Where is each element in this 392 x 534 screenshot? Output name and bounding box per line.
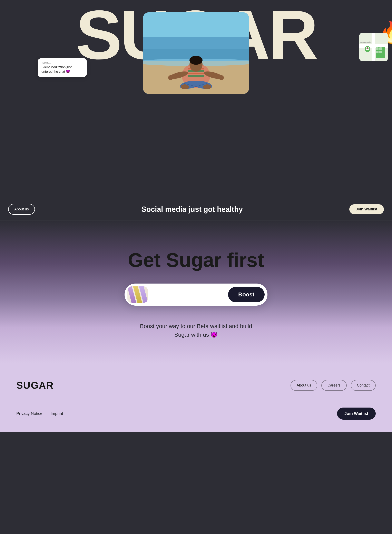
nav-headline: Social media just got healthy (35, 205, 349, 214)
svg-rect-31 (379, 47, 382, 50)
svg-rect-30 (376, 47, 378, 50)
get-sugar-title: Get Sugar first (128, 249, 264, 271)
boost-bar: Boost (125, 284, 267, 306)
footer-careers-button[interactable]: Careers (321, 380, 347, 391)
chat-bubble: Typing... Silent Meditation just entered… (38, 58, 87, 77)
chat-message-text: Silent Meditation just entered the chat … (42, 65, 83, 74)
imprint-link[interactable]: Imprint (51, 411, 63, 416)
join-waitlist-nav-button[interactable]: Join Waitlist (349, 204, 384, 214)
hero-image (143, 12, 249, 94)
footer-legal: Privacy Notice Imprint (16, 411, 63, 416)
nav-divider-lines (0, 220, 392, 220)
boost-description-line2: Sugar with us 😈 (174, 331, 218, 338)
chat-typing-text: Typing... (42, 61, 83, 64)
svg-point-12 (189, 56, 203, 65)
boost-description-line1: Boost your way to our Beta waitlist and … (140, 323, 252, 329)
navbar: About us Social media just got healthy J… (0, 198, 392, 220)
svg-rect-33 (379, 51, 382, 53)
svg-point-22 (203, 84, 211, 89)
svg-rect-9 (188, 73, 204, 74)
svg-rect-28 (372, 33, 375, 61)
boost-logo-stripes (127, 286, 148, 303)
svg-text:Behrenstraße: Behrenstraße (360, 41, 372, 43)
footer-join-waitlist-button[interactable]: Join Waitlist (337, 407, 376, 420)
footer-logo: SUGAR (16, 380, 54, 391)
about-us-button[interactable]: About us (8, 204, 35, 215)
boost-logo-icon (127, 286, 148, 303)
footer-top: SUGAR About us Careers Contact (0, 364, 392, 399)
boost-description: Boost your way to our Beta waitlist and … (140, 322, 252, 339)
svg-point-16 (219, 75, 224, 80)
footer-nav: About us Careers Contact (290, 380, 376, 391)
footer: SUGAR About us Careers Contact Privacy N… (0, 364, 392, 432)
map-card: Behrenstraße 🏃 (359, 33, 388, 61)
boost-input[interactable] (151, 292, 228, 297)
footer-bottom: Privacy Notice Imprint Join Waitlist (0, 399, 392, 432)
privacy-notice-link[interactable]: Privacy Notice (16, 411, 42, 416)
footer-about-button[interactable]: About us (290, 380, 317, 391)
svg-point-21 (181, 84, 189, 89)
svg-rect-10 (188, 75, 204, 77)
boost-button[interactable]: Boost (228, 287, 265, 302)
svg-point-37 (366, 47, 369, 49)
svg-rect-32 (376, 51, 378, 53)
hero-section: SUGAR (0, 0, 392, 200)
svg-point-15 (168, 75, 173, 80)
footer-contact-button[interactable]: Contact (351, 380, 376, 391)
get-sugar-section: Get Sugar first Boost Boost your way to … (0, 220, 392, 364)
